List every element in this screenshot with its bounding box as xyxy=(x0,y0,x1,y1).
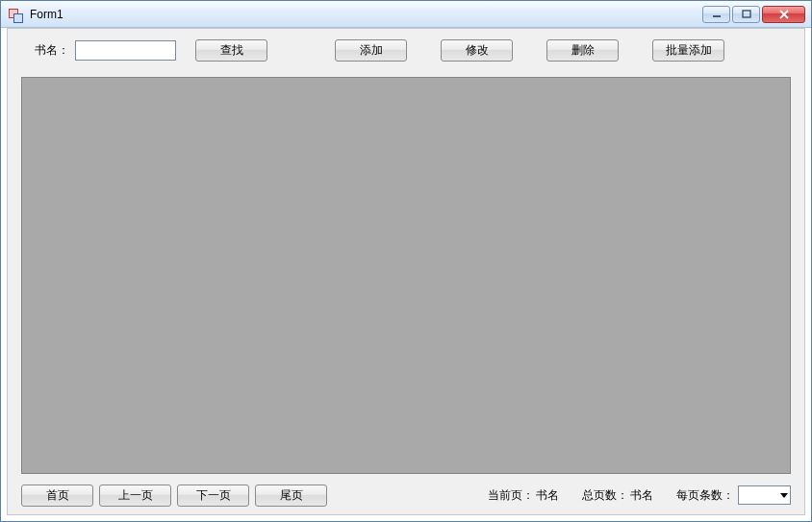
window: Form1 书名： 查找 添加 修改 删除 批量添加 首页 xyxy=(0,0,812,522)
close-button[interactable] xyxy=(762,6,805,23)
total-pages-label: 总页数： xyxy=(582,487,628,504)
pager-status: 当前页： 书名 总页数： 书名 每页条数： xyxy=(478,485,791,505)
book-name-label: 书名： xyxy=(35,42,75,59)
client-area: 书名： 查找 添加 修改 删除 批量添加 首页 上一页 下一页 尾页 当前页： … xyxy=(7,28,805,515)
pager-nav: 首页 上一页 下一页 尾页 xyxy=(21,485,327,507)
app-icon xyxy=(9,7,24,22)
maximize-icon xyxy=(742,10,751,19)
book-name-input[interactable] xyxy=(75,40,176,61)
per-page-label: 每页条数： xyxy=(676,487,734,504)
current-page-label: 当前页： xyxy=(488,487,534,504)
current-page-value: 书名 xyxy=(536,487,559,504)
close-icon xyxy=(778,10,790,19)
toolbar-bottom: 首页 上一页 下一页 尾页 当前页： 书名 总页数： 书名 每页条数： xyxy=(8,484,804,507)
minimize-button[interactable] xyxy=(702,6,730,23)
next-page-button[interactable]: 下一页 xyxy=(177,485,249,507)
titlebar: Form1 xyxy=(1,1,811,28)
minimize-icon xyxy=(712,10,722,19)
first-page-button[interactable]: 首页 xyxy=(21,485,93,507)
search-button[interactable]: 查找 xyxy=(195,39,267,62)
svg-rect-0 xyxy=(713,15,721,17)
add-button[interactable]: 添加 xyxy=(335,39,407,62)
delete-button[interactable]: 删除 xyxy=(546,39,619,62)
data-grid[interactable] xyxy=(21,77,791,474)
last-page-button[interactable]: 尾页 xyxy=(255,485,327,507)
svg-rect-1 xyxy=(743,11,750,17)
prev-page-button[interactable]: 上一页 xyxy=(99,485,171,507)
window-controls xyxy=(702,6,805,23)
maximize-button[interactable] xyxy=(732,6,760,23)
total-pages-value: 书名 xyxy=(630,487,653,504)
edit-button[interactable]: 修改 xyxy=(441,39,513,62)
window-title: Form1 xyxy=(28,8,702,21)
chevron-down-icon xyxy=(780,493,788,498)
batch-add-button[interactable]: 批量添加 xyxy=(652,39,724,62)
per-page-combo[interactable] xyxy=(738,485,791,505)
toolbar-top: 书名： 查找 添加 修改 删除 批量添加 xyxy=(8,38,804,62)
